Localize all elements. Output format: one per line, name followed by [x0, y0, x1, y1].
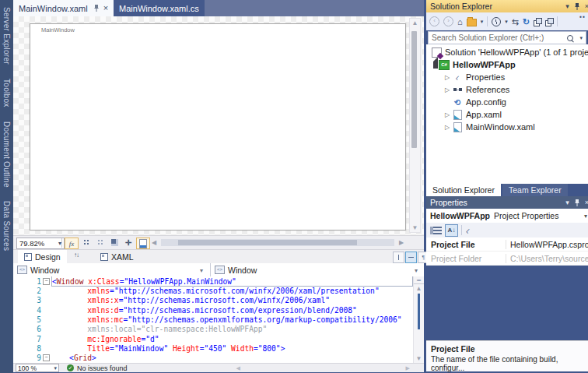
properties-titlebar[interactable]: Properties ▾ × — [426, 196, 588, 209]
disable-project-code-button[interactable] — [136, 238, 150, 249]
tree-row-references[interactable]: ▷ References — [426, 83, 588, 96]
toolbar-overflow-icon[interactable]: ▪▪ — [579, 13, 586, 20]
search-input[interactable] — [429, 33, 567, 42]
tab-solution-explorer[interactable]: Solution Explorer — [426, 184, 501, 196]
pending-changes-filter-icon[interactable] — [492, 17, 501, 26]
code-line[interactable]: 4 xmlns:d="http://schemas.microsoft.com/… — [13, 305, 424, 315]
vertical-split-button[interactable] — [393, 252, 404, 263]
code-line[interactable]: 7 mc:Ignorable="d" — [13, 334, 424, 343]
tree-row-app-xaml[interactable]: ▷ App.xaml — [426, 108, 588, 121]
close-icon[interactable]: × — [103, 4, 108, 12]
scroll-left-icon[interactable]: ◀ — [152, 239, 156, 246]
show-effects-button[interactable]: fx — [65, 238, 79, 249]
wrench-icon[interactable]: ⌐ — [463, 225, 473, 235]
designer-horizontal-scrollbar[interactable] — [161, 239, 394, 246]
scrollbar-thumb[interactable] — [411, 31, 417, 148]
fold-collapse-icon[interactable]: − — [41, 354, 51, 361]
swap-panes-button[interactable]: ↑↓ — [74, 252, 79, 259]
collapsed-arrow-icon[interactable]: ▷ — [443, 111, 452, 118]
solution-explorer-titlebar[interactable]: Solution Explorer ▾ × — [426, 0, 588, 12]
wpf-designer-surface[interactable]: MainWindow ▲ ▼ — [13, 16, 424, 235]
scroll-up-icon[interactable]: ▲ — [410, 19, 420, 27]
sync-with-active-document-icon[interactable]: ⇆ — [512, 16, 519, 27]
rail-tab-toolbox[interactable]: Toolbox — [2, 72, 11, 114]
forward-icon[interactable]: › — [443, 16, 453, 26]
home-icon[interactable]: ⌂ — [457, 16, 463, 27]
tab-mainwindow-xaml-cs[interactable]: MainWindow.xaml.cs — [114, 0, 205, 16]
show-snap-grid-button[interactable] — [80, 238, 93, 248]
tab-xaml[interactable]: XAML — [94, 250, 140, 264]
tree-row-solution[interactable]: Solution 'HellowWPFApp' (1 of 1 project) — [426, 46, 588, 58]
show-all-files-icon[interactable] — [545, 18, 553, 26]
scroll-left-icon[interactable]: ◀ — [236, 365, 240, 371]
designer-vertical-scrollbar[interactable]: ▲ ▼ — [409, 18, 421, 233]
pin-icon[interactable] — [93, 5, 100, 12]
toggle-artboard-background-button[interactable] — [108, 238, 121, 248]
window-menu-icon[interactable]: ▾ — [565, 2, 569, 11]
editor-zoom-select[interactable]: 100 % ▾ — [16, 364, 59, 372]
chevron-down-icon[interactable]: ▾ — [415, 267, 418, 274]
properties-object-selector[interactable]: HellowWPFApp Project Properties ▾ — [426, 209, 588, 223]
design-preview-window[interactable]: MainWindow — [30, 23, 406, 230]
scroll-up-icon[interactable]: ▲ — [414, 284, 424, 293]
switch-views-icon[interactable] — [467, 19, 477, 26]
breadcrumb[interactable]: <> Window ▾ — [13, 263, 210, 276]
chevron-down-icon[interactable]: ▾ — [579, 35, 583, 41]
back-icon[interactable]: ‹ — [429, 16, 439, 26]
refresh-icon[interactable]: ↻ — [523, 16, 530, 27]
tree-row-mainwindow-xaml[interactable]: ▷ MainWindow.xaml — [426, 121, 588, 133]
code-line[interactable]: 1−<Window x:Class="HellowWPFApp.MainWind… — [13, 276, 424, 286]
code-line[interactable]: 3 xmlns:x="http://schemas.microsoft.com/… — [13, 296, 424, 305]
xaml-code-editor[interactable]: 1−<Window x:Class="HellowWPFApp.MainWind… — [13, 276, 424, 363]
tab-team-explorer[interactable]: Team Explorer — [502, 184, 568, 196]
collapse-all-icon[interactable] — [534, 18, 541, 26]
breadcrumb[interactable]: <> Window ▾ — [211, 263, 424, 276]
property-row-project-folder[interactable]: Project Folder C:\Users\Terry\source\rep — [426, 252, 588, 266]
categorized-button[interactable] — [429, 225, 442, 235]
tree-row-project[interactable]: C# HellowWPFApp — [426, 58, 588, 71]
solution-explorer-search[interactable]: ▾ — [428, 31, 586, 44]
close-icon[interactable]: × — [585, 198, 588, 207]
chevron-down-icon[interactable]: ▾ — [200, 267, 203, 274]
rail-tab-document-outline[interactable]: Document Outline — [2, 114, 11, 195]
scroll-right-icon[interactable]: ▶ — [406, 365, 410, 371]
tree-row-properties[interactable]: ▷ ⌐ Properties — [426, 71, 588, 83]
pin-icon[interactable] — [574, 199, 580, 206]
code-line[interactable]: 9− <Grid> — [13, 354, 424, 363]
scroll-down-icon[interactable]: ▼ — [414, 354, 424, 363]
close-icon[interactable]: × — [585, 2, 588, 11]
scrollbar-thumb[interactable] — [178, 240, 357, 245]
rail-tab-data-sources[interactable]: Data Sources — [2, 194, 11, 258]
search-icon[interactable] — [567, 35, 573, 41]
collapsed-arrow-icon[interactable]: ▷ — [443, 124, 452, 131]
code-line[interactable]: 8 Title="MainWindow" Height="450" Width=… — [13, 343, 424, 353]
code-line[interactable]: 6 xmlns:local="clr-namespace:HellowWPFAp… — [13, 325, 424, 334]
zoom-level-select[interactable]: 79.82% ▾ — [16, 238, 65, 249]
chevron-down-icon[interactable]: ▾ — [505, 19, 508, 25]
snap-to-grid-button[interactable] — [94, 238, 107, 248]
alphabetical-sort-button[interactable]: A↓ — [445, 224, 458, 237]
scroll-down-icon[interactable]: ▼ — [410, 223, 420, 232]
property-row-project-file[interactable]: Project File HellowWPFApp.csproj — [426, 238, 588, 252]
horizontal-split-button[interactable] — [405, 252, 417, 263]
rail-tab-server-explorer[interactable]: Server Explorer — [2, 0, 11, 72]
property-value[interactable]: HellowWPFApp.csproj — [506, 240, 588, 249]
code-line[interactable]: 2 xmlns="http://schemas.microsoft.com/wi… — [13, 286, 424, 295]
code-line[interactable]: 5 xmlns:mc="http://schemas.openxmlformat… — [13, 315, 424, 324]
expanded-arrow-icon[interactable] — [429, 62, 439, 69]
split-editor-grip[interactable]: ═ — [414, 276, 424, 284]
tree-row-app-config[interactable]: ⟲ App.config — [426, 96, 588, 108]
pin-icon[interactable] — [574, 3, 580, 10]
collapsed-arrow-icon[interactable]: ▷ — [443, 74, 452, 81]
chevron-down-icon[interactable]: ▾ — [481, 19, 484, 25]
collapsed-arrow-icon[interactable]: ▷ — [443, 86, 452, 93]
snap-to-snaplines-button[interactable]: ✛ — [122, 238, 135, 248]
tab-design[interactable]: Design — [18, 250, 67, 264]
editor-vertical-scrollbar[interactable]: ═ ▲ ▼ — [413, 276, 424, 363]
tab-mainwindow-xaml[interactable]: MainWindow.xaml × — [13, 0, 114, 16]
fold-collapse-icon[interactable]: − — [41, 278, 51, 285]
chevron-down-icon[interactable]: ▾ — [584, 213, 587, 220]
scrollbar-thumb[interactable] — [418, 294, 420, 329]
window-menu-icon[interactable]: ▾ — [565, 198, 569, 207]
scroll-right-icon[interactable]: ▶ — [399, 239, 404, 246]
